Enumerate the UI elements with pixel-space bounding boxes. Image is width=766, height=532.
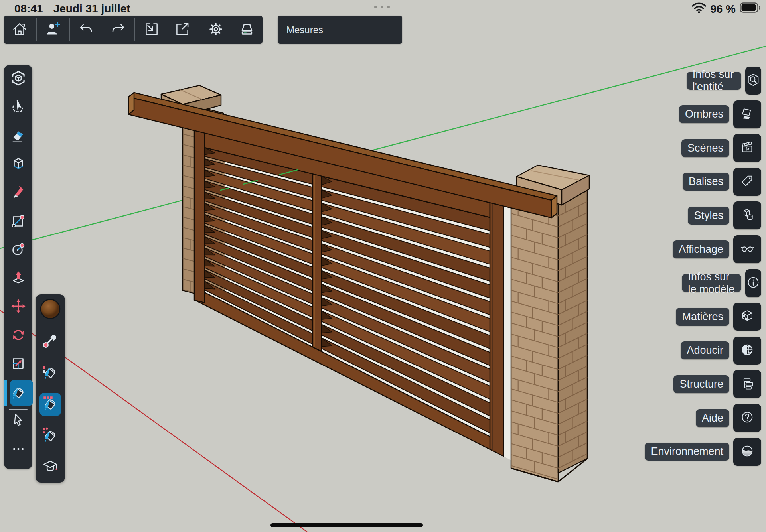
sidebar-tool-more[interactable] <box>4 437 32 463</box>
add-person-button[interactable] <box>38 16 69 44</box>
home-button[interactable] <box>4 16 35 44</box>
battery-icon <box>740 2 760 16</box>
environment-icon <box>739 443 755 461</box>
panel-label-soften[interactable]: Adoucir <box>681 341 729 359</box>
paint-bucket-squares-icon <box>41 394 59 414</box>
paint-bucket-icon <box>9 383 28 403</box>
panel-label-display[interactable]: Affichage <box>673 240 729 258</box>
sidebar-tool-move[interactable] <box>4 294 32 320</box>
panel-label-styles[interactable]: Styles <box>688 207 729 225</box>
wifi-icon <box>692 2 706 16</box>
paint-tool-popup <box>36 294 65 483</box>
sidebar-tool-scale[interactable] <box>4 351 32 377</box>
panel-button-tags[interactable] <box>733 168 761 196</box>
move-icon <box>9 297 28 317</box>
material-swatch-icon <box>40 299 61 321</box>
panel-label-tags[interactable]: Balises <box>683 173 729 191</box>
graduation-cap-icon <box>41 457 59 477</box>
panel-label-materials[interactable]: Matières <box>676 308 729 326</box>
measurements-label: Mesures <box>286 24 323 35</box>
panel-button-entity-info[interactable] <box>745 67 761 95</box>
sidebar-tool-paint[interactable] <box>4 380 32 406</box>
help-icon <box>739 409 755 427</box>
soften-sphere-icon <box>739 342 755 359</box>
export-button[interactable] <box>167 16 198 44</box>
box-icon <box>9 155 28 175</box>
panel-button-model-info[interactable] <box>745 269 761 297</box>
sidebar-tool-select[interactable] <box>4 95 32 120</box>
sidebar-tool-push-pull[interactable] <box>4 266 32 292</box>
undo-button[interactable] <box>71 16 102 44</box>
panel-label-text: Aide <box>702 412 723 424</box>
sidebar-tool-rectangle[interactable] <box>4 209 32 234</box>
panel-button-help[interactable] <box>733 404 761 432</box>
panel-label-text: Infos sur le modèle <box>688 271 735 296</box>
eyedropper-icon <box>41 331 59 351</box>
panel-label-outliner[interactable]: Structure <box>673 375 729 393</box>
panel-label-model-info[interactable]: Infos sur le modèle <box>682 274 741 292</box>
panel-label-entity-info[interactable]: Infos sur l'entité <box>687 72 741 90</box>
panel-label-text: Ombres <box>685 108 723 120</box>
panel-button-outliner[interactable] <box>733 370 761 398</box>
panel-button-styles[interactable] <box>733 201 761 229</box>
panel-label-environment[interactable]: Environnement <box>645 443 729 461</box>
panel-label-text: Infos sur l'entité <box>693 68 735 93</box>
sidebar-tool-circle[interactable] <box>4 237 32 263</box>
drive-icon <box>238 20 256 40</box>
sidebar-tool-cursor[interactable] <box>4 408 32 434</box>
app-window: 08:41 Jeudi 31 juillet 96 % <box>0 0 766 532</box>
panel-label-text: Environnement <box>651 445 723 458</box>
panel-label-scenes[interactable]: Scènes <box>681 139 729 157</box>
sidebar-tool-app-logo[interactable] <box>4 66 32 92</box>
panel-label-help[interactable]: Aide <box>696 409 729 427</box>
panel-label-text: Structure <box>679 378 723 390</box>
paint-bucket-dots-icon <box>41 426 59 446</box>
import-button[interactable] <box>136 16 167 44</box>
panel-label-text: Balises <box>689 175 723 188</box>
panel-label-text: Styles <box>694 209 723 222</box>
toolbar-separator <box>36 18 37 41</box>
glasses-icon <box>739 240 755 258</box>
toolbar-separator <box>199 18 199 41</box>
import-icon <box>142 20 160 40</box>
popup-tool-sample-material[interactable] <box>36 329 65 354</box>
redo-button[interactable] <box>102 16 133 44</box>
panel-label-text: Matières <box>682 311 723 323</box>
status-bar: 08:41 Jeudi 31 juillet 96 % <box>0 0 766 16</box>
panel-button-scenes[interactable] <box>733 134 761 162</box>
panel-button-shadows[interactable] <box>733 100 761 128</box>
select-lasso-icon <box>9 98 28 118</box>
info-icon <box>745 274 761 292</box>
redo-icon <box>109 20 127 40</box>
settings-button[interactable] <box>200 16 231 44</box>
popup-tool-paint-connected[interactable] <box>36 423 65 449</box>
popup-tool-current-material[interactable] <box>36 297 65 323</box>
home-icon <box>10 20 29 40</box>
popup-tool-learn[interactable] <box>36 455 65 480</box>
panel-button-display[interactable] <box>733 235 761 263</box>
panel-label-shadows[interactable]: Ombres <box>679 105 729 123</box>
popup-tool-paint-single[interactable] <box>36 360 65 386</box>
tool-sidebar <box>4 65 32 469</box>
entity-info-icon <box>745 72 761 89</box>
panel-button-environment[interactable] <box>733 438 761 466</box>
sidebar-tool-line[interactable] <box>4 180 32 206</box>
panel-button-materials[interactable] <box>733 303 761 331</box>
measurements-box[interactable]: Mesures <box>278 16 402 44</box>
person-add-icon <box>44 20 62 40</box>
sidebar-tool-rotate[interactable] <box>4 323 32 349</box>
logo-hex-icon <box>9 69 28 89</box>
panel-button-soften[interactable] <box>733 337 761 365</box>
panel-label-text: Scènes <box>687 142 723 154</box>
sidebar-tool-eraser[interactable] <box>4 123 32 149</box>
popup-tool-paint-same[interactable] <box>36 392 65 417</box>
toolbar-separator <box>69 18 70 41</box>
multitask-dots-icon[interactable] <box>374 6 390 8</box>
eraser-icon <box>9 126 28 146</box>
gear-icon <box>207 20 225 40</box>
date: Jeudi 31 juillet <box>53 2 130 15</box>
styles-icon <box>739 207 755 224</box>
home-indicator[interactable] <box>270 523 423 527</box>
sidebar-tool-shapes[interactable] <box>4 152 32 177</box>
storage-button[interactable] <box>231 16 263 44</box>
